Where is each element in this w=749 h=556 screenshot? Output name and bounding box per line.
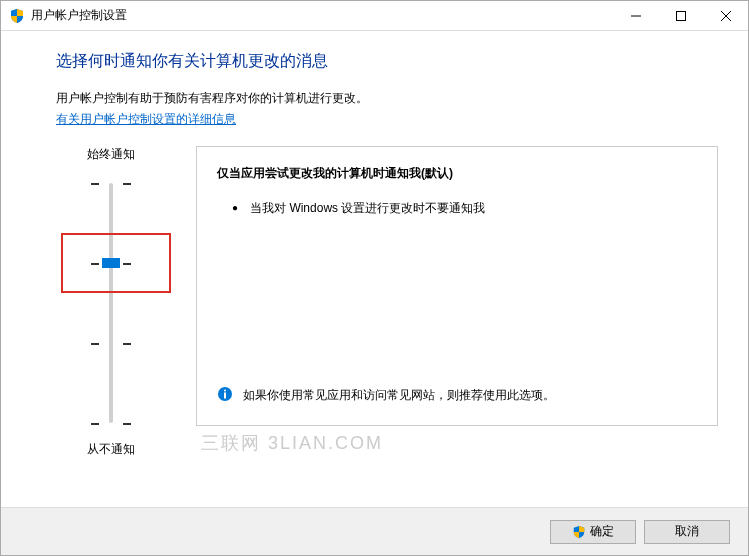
- ok-label: 确定: [590, 523, 614, 540]
- info-panel: 仅当应用尝试更改我的计算机时通知我(默认) ● 当我对 Windows 设置进行…: [196, 146, 718, 426]
- minimize-button[interactable]: [613, 1, 658, 30]
- info-note: 如果你使用常见应用和访问常见网站，则推荐使用此选项。: [217, 386, 697, 405]
- maximize-button[interactable]: [658, 1, 703, 30]
- window-controls: [613, 1, 748, 30]
- slider-thumb[interactable]: [102, 258, 120, 268]
- info-bullet: ● 当我对 Windows 设置进行更改时不要通知我: [232, 200, 697, 217]
- svg-point-5: [224, 390, 226, 392]
- slider-top-label: 始终通知: [66, 146, 156, 163]
- info-icon: [217, 386, 233, 405]
- bullet-text: 当我对 Windows 设置进行更改时不要通知我: [250, 200, 485, 217]
- titlebar: 用户帐户控制设置: [1, 1, 748, 31]
- slider-tick: [91, 183, 131, 185]
- button-bar: 确定 取消: [1, 507, 748, 555]
- cancel-button[interactable]: 取消: [644, 520, 730, 544]
- svg-rect-6: [224, 393, 226, 399]
- help-link[interactable]: 有关用户帐户控制设置的详细信息: [56, 112, 236, 126]
- ok-button[interactable]: 确定: [550, 520, 636, 544]
- slider-tick: [91, 343, 131, 345]
- info-title: 仅当应用尝试更改我的计算机时通知我(默认): [217, 165, 697, 182]
- svg-rect-1: [676, 11, 685, 20]
- notification-slider[interactable]: [66, 173, 156, 433]
- cancel-label: 取消: [675, 523, 699, 540]
- window-title: 用户帐户控制设置: [31, 7, 613, 24]
- shield-icon: [9, 8, 25, 24]
- content-area: 选择何时通知你有关计算机更改的消息 用户帐户控制有助于预防有害程序对你的计算机进…: [1, 31, 748, 458]
- shield-icon: [572, 525, 586, 539]
- info-note-text: 如果你使用常见应用和访问常见网站，则推荐使用此选项。: [243, 386, 555, 404]
- bullet-icon: ●: [232, 200, 238, 217]
- main-area: 始终通知 从不通知 仅当应用尝试更改我的计算机时通知我(默认) ● 当我对 Wi…: [56, 146, 718, 458]
- slider-bottom-label: 从不通知: [66, 441, 156, 458]
- page-heading: 选择何时通知你有关计算机更改的消息: [56, 51, 718, 72]
- uac-settings-window: 用户帐户控制设置 选择何时通知你有关计算机更改的消息 用户帐户控制有助于预防有害…: [0, 0, 749, 556]
- close-button[interactable]: [703, 1, 748, 30]
- slider-track: [109, 183, 113, 423]
- slider-area: 始终通知 从不通知: [56, 146, 186, 458]
- slider-tick: [91, 423, 131, 425]
- description-text: 用户帐户控制有助于预防有害程序对你的计算机进行更改。: [56, 90, 718, 107]
